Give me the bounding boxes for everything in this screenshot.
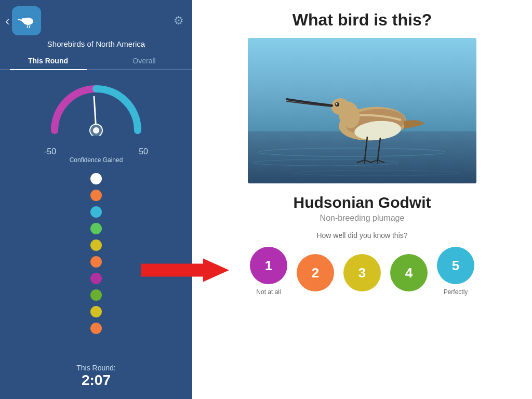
dot-1 (90, 173, 102, 184)
rating-button-3[interactable]: 3 (343, 254, 381, 291)
confidence-gauge (44, 78, 148, 141)
question-title: What bird is this? (292, 10, 432, 30)
rating-button-2[interactable]: 2 (297, 254, 334, 291)
svg-point-19 (336, 103, 338, 105)
rating-label-1: Not at all (256, 288, 281, 296)
rating-item-4: 4 (390, 254, 428, 296)
timer-section: This Round: 2:07 (76, 364, 115, 389)
bird-name: Hudsonian Godwit (294, 194, 431, 211)
tab-this-round[interactable]: This Round (0, 52, 96, 69)
tab-bar: This Round Overall (0, 52, 192, 70)
deck-icon (12, 6, 41, 35)
rating-button-5[interactable]: 5 (437, 247, 474, 284)
back-arrow-icon: ‹ (5, 13, 10, 29)
bird-subtitle: Non-breeding plumage (320, 214, 405, 223)
svg-line-2 (18, 19, 21, 20)
bird-scene-svg (248, 38, 476, 183)
sidebar-header: ‹ ⚙ (0, 0, 192, 39)
tab-overall[interactable]: Overall (96, 52, 192, 69)
rating-item-2: 2 (297, 254, 334, 296)
back-button[interactable]: ‹ (5, 6, 41, 35)
rating-button-1[interactable]: 1 (250, 247, 287, 284)
bird-image (248, 38, 476, 183)
rating-item-1: 1 Not at all (250, 247, 287, 296)
gauge-labels: -50 50 (44, 147, 148, 156)
dot-4 (90, 223, 102, 234)
gauge-svg (44, 78, 148, 136)
rating-item-5: 5 Perfectly (437, 247, 474, 296)
gauge-max-label: 50 (139, 147, 148, 156)
arrow-svg (141, 256, 229, 285)
sidebar: ‹ ⚙ Shorebirds of North America This Rou… (0, 0, 192, 399)
bird-logo-icon (17, 11, 36, 31)
round-dots-list (90, 173, 102, 358)
svg-point-3 (22, 18, 24, 20)
deck-title: Shorebirds of North America (47, 39, 145, 48)
gauge-sublabel: Confidence Gained (70, 156, 123, 164)
dot-6 (90, 256, 102, 268)
dot-8 (90, 289, 102, 301)
settings-icon[interactable]: ⚙ (174, 14, 184, 28)
svg-point-17 (331, 98, 350, 115)
main-content: What bird is this? (192, 0, 532, 399)
arrow-indicator (141, 256, 229, 287)
rating-button-4[interactable]: 4 (390, 254, 428, 291)
svg-point-8 (93, 127, 99, 134)
rating-label-5: Perfectly (444, 288, 468, 296)
dot-5 (90, 240, 102, 251)
dot-10 (90, 323, 102, 334)
svg-marker-29 (141, 259, 229, 282)
timer-value: 2:07 (76, 372, 115, 389)
dot-7 (90, 273, 102, 284)
gauge-min-label: -50 (44, 147, 56, 156)
dot-9 (90, 306, 102, 317)
svg-line-4 (27, 25, 28, 28)
rating-item-3: 3 (343, 254, 381, 296)
dot-3 (90, 206, 102, 218)
svg-line-5 (29, 25, 30, 28)
how-well-label: How well did you know this? (316, 231, 407, 240)
dot-2 (90, 190, 102, 201)
timer-label: This Round: (76, 364, 115, 372)
rating-row: 1 Not at all 2 3 4 (250, 247, 474, 296)
